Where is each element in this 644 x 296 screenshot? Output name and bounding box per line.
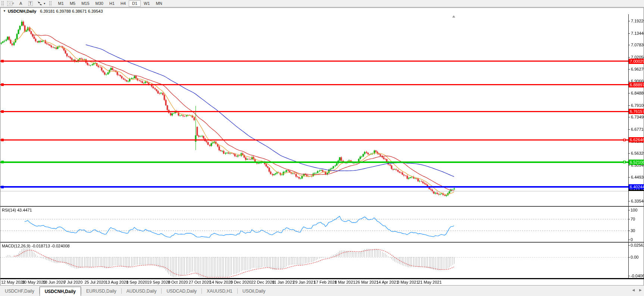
rsi-tick-mark — [628, 210, 630, 210]
date-axis-label: 17 Feb 2021 — [314, 280, 337, 284]
macd-tick-mark — [628, 245, 630, 246]
line-handle-left[interactable] — [1, 83, 4, 86]
date-axis-label: 11 Jan 2021 — [272, 280, 294, 284]
text-label-icon[interactable]: A — [16, 0, 25, 7]
timeframe-button-h4[interactable]: H4 — [118, 0, 129, 7]
text-box-icon[interactable]: T — [26, 0, 35, 7]
horizontal-line-7.00029[interactable] — [0, 61, 628, 62]
date-axis-border — [0, 278, 644, 279]
rsi-pane-separator[interactable] — [0, 206, 644, 207]
chart-shift-marker-icon — [452, 15, 455, 18]
dropdown-caret-icon[interactable]: ▼ — [43, 2, 46, 5]
timeframe-button-w1[interactable]: W1 — [141, 0, 153, 7]
arrows-icon — [37, 1, 43, 6]
price-tick-label: 7.07830 — [631, 43, 644, 47]
rsi-scale-label: 30 — [631, 228, 635, 233]
date-axis-label: 8 Mar 2021 — [335, 280, 356, 284]
tab-scroll-right-icon[interactable]: ▶ — [639, 288, 642, 292]
price-tick-label: 7.13440 — [631, 31, 644, 36]
macd-scale-label: 0.00 — [631, 255, 638, 259]
toolbar-grip — [1, 1, 4, 6]
line-handle-left[interactable] — [1, 186, 4, 188]
price-tick-label: 6.56320 — [631, 151, 644, 155]
date-axis-label: 14 Apr 2021 — [376, 280, 398, 284]
chart-tab-usoil[interactable]: USOil,Daily — [238, 287, 270, 295]
date-axis-label: 13 Aug 2020 — [105, 280, 128, 284]
timeframe-button-m1[interactable]: M1 — [55, 0, 67, 7]
price-tick-mark — [628, 117, 630, 117]
line-price-label: 6.40244 — [629, 184, 644, 189]
macd-tick-mark — [628, 257, 630, 258]
line-price-label: 6.88897 — [629, 82, 644, 87]
grid-template-icon[interactable]: ⁙F — [6, 0, 16, 7]
tab-scroll-left-icon[interactable]: ◀ — [632, 288, 635, 292]
line-handle-left[interactable] — [1, 60, 4, 62]
grid-glyph: ⁙ — [7, 1, 12, 6]
price-tick-mark — [628, 81, 630, 81]
price-chart-canvas[interactable] — [0, 8, 644, 286]
line-price-label: 7.00029 — [629, 59, 644, 64]
price-tick-label: 6.67710 — [631, 127, 644, 132]
line-handle-left[interactable] — [1, 110, 4, 113]
date-axis-label: 18 Jun 2020 — [43, 280, 66, 284]
chart-tab-usdcnh[interactable]: USDCNH,Daily — [40, 287, 81, 296]
price-tick-mark — [628, 201, 630, 201]
line-price-label: 6.62646 — [629, 137, 644, 142]
rsi-label: RSI(14) 43.4471 — [2, 208, 32, 212]
rsi-tick-mark — [628, 231, 630, 231]
horizontal-line-support[interactable] — [0, 191, 628, 191]
tab-scroll-arrows: ◀ ▶ — [632, 288, 642, 292]
date-axis-label: 7 Jul 2020 — [64, 280, 83, 284]
date-axis-label: 12 May 2020 — [1, 280, 25, 284]
horizontal-line-6.88897[interactable] — [0, 84, 628, 85]
price-tick-mark — [628, 69, 630, 70]
date-axis-label: 19 Sep 2020 — [147, 280, 170, 284]
timeframe-button-m5[interactable]: M5 — [67, 0, 78, 7]
chart-tab-bar: USDCHF,DailyUSDCNH,DailyEURUSD,DailyAUDU… — [0, 285, 644, 296]
date-axis-label: 3 May 2021 — [397, 280, 418, 284]
timeframe-button-mn[interactable]: MN — [153, 0, 165, 7]
horizontal-line-6.40244[interactable] — [0, 186, 628, 188]
line-handle-left[interactable] — [1, 139, 4, 141]
chart-tab-audusd[interactable]: AUDUSD,Daily — [122, 287, 162, 295]
price-tick-mark — [628, 165, 630, 166]
toolbar-grip-2 — [49, 1, 52, 6]
timeframe-button-h1[interactable]: H1 — [106, 0, 118, 7]
price-tick-mark — [628, 57, 630, 58]
price-tick-mark — [628, 105, 630, 106]
top-toolbar: ⁙F A T ▼ M1M5M15M30H1H4D1W1MN — [0, 0, 644, 7]
rsi-scale-label: 0 — [631, 237, 633, 242]
chart-window: ▼ USDCNH,Daily 6.39181 6.39788 6.38671 6… — [0, 7, 644, 285]
timeframe-buttons: M1M5M15M30H1H4D1W1MN — [55, 0, 165, 7]
cursor-objects-icon[interactable]: ▼ — [36, 0, 47, 7]
date-axis-label: 22 Dec 2020 — [251, 280, 274, 284]
price-tick-label: 6.79100 — [631, 103, 644, 108]
horizontal-line-6.52108[interactable] — [0, 161, 628, 163]
price-tick-mark — [628, 153, 630, 154]
price-axis-line — [628, 14, 629, 278]
line-handle-right[interactable] — [623, 139, 626, 141]
date-axis-label: 30 May 2020 — [22, 280, 46, 284]
horizontal-line-6.76157[interactable] — [0, 111, 628, 112]
chart-tab-eurusd[interactable]: EURUSD,Daily — [81, 287, 121, 295]
line-price-label: 6.52108 — [629, 160, 644, 165]
price-tick-mark — [628, 33, 630, 34]
macd-scale-label: 0.025623 — [631, 243, 644, 247]
line-handle-right[interactable] — [623, 161, 626, 163]
timeframe-button-m30[interactable]: M30 — [93, 0, 106, 7]
macd-pane-separator[interactable] — [0, 242, 644, 243]
price-tick-label: 6.44930 — [631, 175, 644, 179]
date-axis-label: 8 Oct 2020 — [168, 280, 188, 284]
chart-tab-usdcad[interactable]: USDCAD,Daily — [162, 287, 201, 295]
timeframe-button-d1[interactable]: D1 — [129, 0, 141, 7]
price-tick-mark — [628, 45, 630, 45]
date-axis-label: 3 Dec 2020 — [230, 280, 251, 284]
date-axis-label: 1 Sep 2020 — [126, 280, 147, 284]
timeframe-button-m15[interactable]: M15 — [78, 0, 92, 7]
price-tick-mark — [628, 129, 630, 130]
chart-tab-xauusd[interactable]: XAUUSD,H1 — [202, 287, 237, 295]
horizontal-line-6.62646[interactable] — [0, 139, 628, 141]
date-axis-label: 27 Oct 2020 — [189, 280, 211, 284]
chart-tab-usdchf[interactable]: USDCHF,Daily — [0, 287, 39, 295]
line-handle-left[interactable] — [1, 161, 4, 163]
